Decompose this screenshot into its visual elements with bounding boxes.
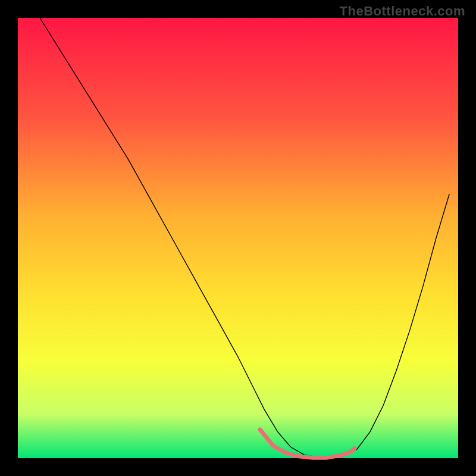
bottleneck-chart: [0, 0, 476, 476]
plot-background: [18, 18, 458, 458]
watermark-text: TheBottleneck.com: [340, 4, 465, 19]
